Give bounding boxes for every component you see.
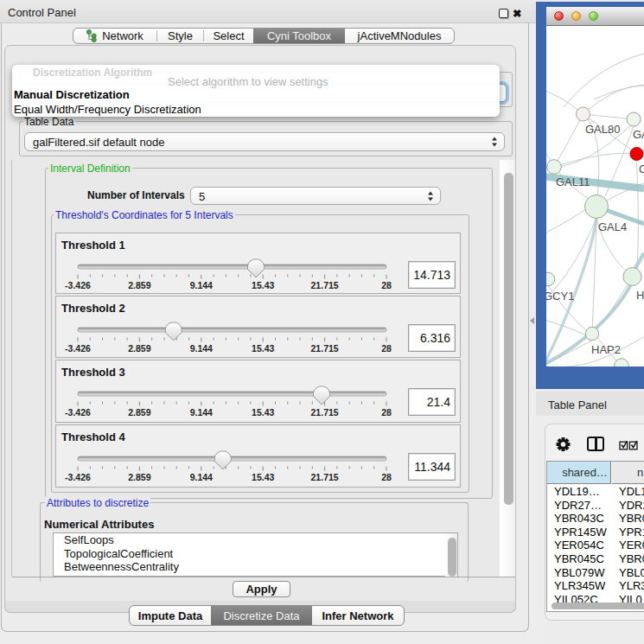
- svg-text:GA: GA: [633, 128, 644, 141]
- svg-text:GAL11: GAL11: [556, 175, 590, 188]
- svg-text:H: H: [636, 289, 644, 302]
- svg-text:C: C: [639, 163, 644, 175]
- svg-text:GAL4: GAL4: [598, 220, 627, 233]
- svg-text:GCY1: GCY1: [546, 290, 574, 303]
- svg-text:GAL80: GAL80: [585, 123, 620, 136]
- svg-text:HAP2: HAP2: [591, 343, 621, 356]
